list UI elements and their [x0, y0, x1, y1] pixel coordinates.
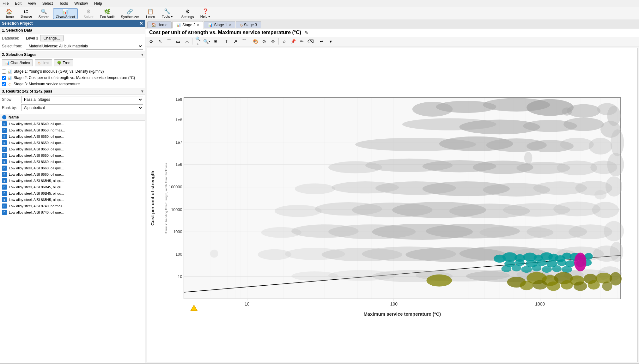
list-item-icon: B — [2, 147, 7, 152]
chart-reset-button[interactable]: ⟳ — [147, 38, 155, 45]
svg-point-131 — [524, 152, 532, 164]
tab-stage2-close[interactable]: ✕ — [197, 23, 199, 27]
learn-button[interactable]: 📋 Learn — [143, 8, 158, 19]
svg-point-132 — [594, 190, 606, 200]
synthesizer-button[interactable]: 🔗 Synthesizer — [118, 8, 142, 19]
menu-select[interactable]: Select — [41, 1, 54, 6]
stages-collapse-icon[interactable]: ▾ — [141, 52, 143, 57]
results-section: 3. Results: 242 of 3242 pass ▾ Show: Pas… — [0, 88, 145, 363]
list-item[interactable]: BLow alloy steel, AISI 8650, oil que... — [0, 146, 145, 152]
list-item[interactable]: BLow alloy steel, AISI 86B45, oil qu... — [0, 197, 145, 203]
chart-pencil-button[interactable]: ✏ — [298, 38, 306, 45]
chart-star-button[interactable]: ☆ — [280, 38, 288, 45]
chart-label-button[interactable]: ⊛ — [269, 38, 277, 45]
limit-button[interactable]: ◇ Limit — [35, 59, 52, 66]
tab-stage1-close[interactable]: ✕ — [228, 23, 231, 27]
chart-rect-button[interactable]: ▭ — [174, 38, 182, 45]
menu-window[interactable]: Window — [73, 1, 89, 6]
rank-by-dropdown[interactable]: Alphabetical — [21, 104, 143, 111]
search-button[interactable]: 🔍 Search — [36, 8, 52, 19]
menu-bar: File Edit View Select Tools Window Help — [0, 0, 639, 7]
name-column-header: Name — [9, 115, 19, 119]
stage-1-checkbox[interactable] — [2, 70, 6, 74]
chart-bubble-button[interactable]: ⊙ — [260, 38, 268, 45]
list-item-label: Low alloy steel, AISI 8650, oil que... — [9, 154, 64, 157]
chart-lasso-button[interactable]: ⌓ — [183, 38, 191, 45]
menu-view[interactable]: View — [27, 1, 37, 6]
database-row: Database: Level 3 Change... — [2, 35, 143, 41]
list-item[interactable]: BLow alloy steel, AISI 86B45, oil qu... — [0, 178, 145, 184]
list-item[interactable]: BLow alloy steel, AISI 8660, oil que... — [0, 171, 145, 178]
list-item-icon: B — [2, 128, 7, 133]
tab-stage1[interactable]: 📊 Stage 1 ✕ — [204, 21, 235, 28]
chart-select-mode-button[interactable]: ↖ — [156, 38, 164, 45]
home-button[interactable]: 🏠 Home — [1, 8, 17, 19]
settings-button[interactable]: ⚙ Settings — [179, 8, 197, 19]
chart-zoom-out-button[interactable]: 🔍- — [203, 38, 211, 45]
chart-zoom-in-button[interactable]: 🔍+ — [194, 38, 202, 45]
chart-svg: 10 100 1000 10 100 1000 10000 100000 1e6… — [147, 48, 637, 362]
svg-point-121 — [610, 242, 624, 262]
tools-button[interactable]: 🔧 Tools ▾ — [159, 8, 176, 19]
list-item[interactable]: BLow alloy steel, AISI 8640, oil que... — [0, 121, 145, 127]
browse-button[interactable]: 🗂 Browse — [18, 8, 35, 19]
list-item[interactable]: BLow alloy steel, AISI 8650, normali... — [0, 127, 145, 133]
svg-point-176 — [588, 280, 600, 290]
tab-stage2[interactable]: 📊 Stage 2 ✕ — [172, 21, 203, 28]
select-from-dropdown[interactable]: MaterialUniverse: All bulk materials — [26, 43, 143, 50]
eco-audit-button[interactable]: 🌿 Eco Audit — [97, 8, 117, 19]
chart-color-button[interactable]: 🎨 — [251, 38, 259, 45]
menu-edit[interactable]: Edit — [14, 1, 23, 6]
svg-text:1e6: 1e6 — [175, 162, 182, 167]
chart-tb-sep-3 — [250, 38, 250, 45]
results-controls: Show: Pass all Stages Rank by: Alphabeti… — [0, 95, 145, 114]
show-dropdown[interactable]: Pass all Stages — [21, 96, 143, 103]
list-item[interactable]: BLow alloy steel, AISI 86B45, oil qu... — [0, 190, 145, 197]
solver-button[interactable]: ⚙ Solver — [81, 8, 96, 19]
stage-3-checkbox[interactable] — [2, 82, 6, 86]
panel-title: Selection Project — [2, 21, 33, 26]
select-from-row: Select from: MaterialUniverse: All bulk … — [2, 43, 143, 50]
chart-zoom-fit-button[interactable]: ⊞ — [211, 38, 220, 45]
list-item[interactable]: BLow alloy steel, AISI 8740, normali... — [0, 203, 145, 209]
tab-stage3[interactable]: ◇ Stage 3 — [236, 21, 261, 28]
svg-text:1e9: 1e9 — [175, 97, 182, 102]
list-item-icon: B — [2, 153, 7, 158]
help-button[interactable]: ❓ Help ▾ — [198, 8, 213, 19]
chart-select-button[interactable]: 📊 Chart/Select — [53, 8, 78, 19]
chart-edit-icon[interactable]: ✎ — [305, 30, 308, 35]
stage-2-checkbox[interactable] — [2, 76, 6, 80]
chart-index-button[interactable]: 📊 Chart/Index — [2, 59, 33, 66]
svg-text:1000: 1000 — [173, 229, 182, 234]
panel-close-button[interactable]: ✕ — [139, 21, 143, 26]
chart-curve-button[interactable]: ⌒ — [240, 38, 248, 45]
chart-dropdown-button[interactable]: ▾ — [326, 38, 335, 45]
chart-text-button[interactable]: T — [222, 38, 231, 45]
tab-home[interactable]: 🏠 Home — [147, 21, 172, 28]
list-item[interactable]: BLow alloy steel, AISI 8660, oil que... — [0, 159, 145, 165]
change-button[interactable]: Change... — [40, 35, 64, 41]
chart-polygon-button[interactable]: ⌒ — [165, 38, 173, 45]
tree-button[interactable]: 🌳 Tree — [54, 59, 73, 66]
menu-help[interactable]: Help — [93, 1, 103, 6]
svg-point-76 — [560, 138, 594, 151]
selection-stages-title: 2. Selection Stages ▾ — [0, 51, 145, 58]
svg-text:10000: 10000 — [171, 207, 182, 212]
chart-eraser-button[interactable]: ⌫ — [307, 38, 315, 45]
list-item[interactable]: BLow alloy steel, AISI 8650, oil que... — [0, 152, 145, 159]
list-item[interactable]: BLow alloy steel, AISI 86B45, oil qu... — [0, 184, 145, 190]
chart-tb-sep-5 — [316, 38, 316, 45]
list-item[interactable]: BLow alloy steel, AISI 8660, oil que... — [0, 165, 145, 171]
list-item[interactable]: BLow alloy steel, AISI 8650, oil que... — [0, 133, 145, 140]
chart-arrow-button[interactable]: ↗ — [231, 38, 240, 45]
results-collapse-icon[interactable]: ▾ — [141, 89, 143, 94]
list-item[interactable]: BLow alloy steel, AISI 8650, oil que... — [0, 140, 145, 146]
database-value: Level 3 — [26, 36, 38, 40]
stage-list: 📊 Stage 1: Young's modulus (GPa) vs. Den… — [0, 68, 145, 88]
chart-undo-button[interactable]: ↩ — [318, 38, 326, 45]
chart-pin-button[interactable]: 📌 — [289, 38, 297, 45]
list-item[interactable]: BLow alloy steel, AISI 8740, oil que... — [0, 209, 145, 215]
list-item-icon: B — [2, 197, 7, 202]
menu-tools[interactable]: Tools — [58, 1, 69, 6]
menu-file[interactable]: File — [1, 1, 10, 6]
